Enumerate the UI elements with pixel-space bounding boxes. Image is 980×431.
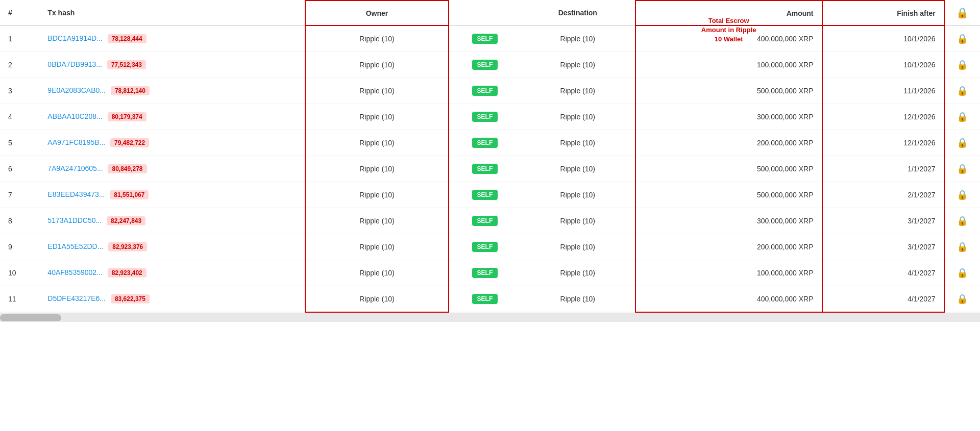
table-row: 4 ABBAA10C208... 80,179,374 Ripple (10) … <box>0 104 980 130</box>
table-row: 3 9E0A2083CAB0... 78,812,140 Ripple (10)… <box>0 78 980 104</box>
ledger-badge: 80,849,278 <box>108 164 146 173</box>
row-destination: Ripple (10) <box>521 156 635 182</box>
row-amount: 500,000,000 XRP <box>635 78 822 104</box>
row-lock-icon: 🔒 <box>944 182 980 208</box>
tx-hash-link[interactable]: D5DFE43217E6... <box>47 294 106 302</box>
tx-hash-link[interactable]: ED1A55E52DD... <box>47 242 103 250</box>
row-lock-icon: 🔒 <box>944 78 980 104</box>
tx-hash-link[interactable]: BDC1A91914D... <box>47 34 102 42</box>
row-owner: Ripple (10) <box>305 260 449 286</box>
table-row: 9 ED1A55E52DD... 82,923,376 Ripple (10) … <box>0 234 980 260</box>
tx-hash-link[interactable]: 0BDA7DB9913... <box>47 60 102 68</box>
tx-hash-link[interactable]: E83EED439473... <box>47 190 105 198</box>
row-num: 8 <box>0 208 39 234</box>
row-txhash: D5DFE43217E6... 83,622,375 <box>39 286 305 312</box>
row-owner: Ripple (10) <box>305 130 449 156</box>
row-destination: Ripple (10) <box>521 208 635 234</box>
row-owner: Ripple (10) <box>305 26 449 52</box>
lock-icon: 🔒 <box>957 190 968 200</box>
row-self-badge: SELF <box>449 26 521 52</box>
escrow-table-wrapper: # Tx hash Owner Destination Amount Total… <box>0 0 980 322</box>
ledger-badge: 82,923,402 <box>108 268 146 277</box>
row-txhash: AA971FC8195B... 79,482,722 <box>39 130 305 156</box>
row-self-badge: SELF <box>449 130 521 156</box>
tx-hash-link[interactable]: AA971FC8195B... <box>47 138 105 146</box>
header-destination: Destination <box>521 1 635 26</box>
row-amount: 100,000,000 XRP <box>635 260 822 286</box>
header-lock-icon: 🔒 <box>956 7 969 18</box>
row-finish-date: 10/1/2026 <box>822 52 944 78</box>
lock-icon: 🔒 <box>957 216 968 226</box>
row-txhash: 40AF85359002... 82,923,402 <box>39 260 305 286</box>
row-self-badge: SELF <box>449 156 521 182</box>
tx-hash-link[interactable]: 7A9A24710605... <box>47 164 103 172</box>
header-txhash: Tx hash <box>39 1 305 26</box>
row-num: 3 <box>0 78 39 104</box>
ledger-badge: 82,923,376 <box>108 242 147 251</box>
tx-hash-link[interactable]: 9E0A2083CAB0... <box>47 86 106 94</box>
row-amount: 400,000,000 XRP <box>635 286 822 312</box>
self-tag: SELF <box>472 86 498 96</box>
row-amount: 500,000,000 XRP <box>635 156 822 182</box>
self-tag: SELF <box>472 190 498 200</box>
header-finish: Finish after <box>822 1 944 26</box>
row-self-badge: SELF <box>449 208 521 234</box>
row-self-badge: SELF <box>449 104 521 130</box>
table-row: 7 E83EED439473... 81,551,067 Ripple (10)… <box>0 182 980 208</box>
row-destination: Ripple (10) <box>521 260 635 286</box>
row-num: 9 <box>0 234 39 260</box>
row-lock-icon: 🔒 <box>944 156 980 182</box>
header-amount: Amount Total Escrow Amount in Ripple 10 … <box>635 1 822 26</box>
row-txhash: 9E0A2083CAB0... 78,812,140 <box>39 78 305 104</box>
table-row: 8 5173A1DDC50... 82,247,843 Ripple (10) … <box>0 208 980 234</box>
scrollbar-thumb[interactable] <box>0 314 61 321</box>
self-tag: SELF <box>472 268 498 278</box>
row-owner: Ripple (10) <box>305 208 449 234</box>
row-num: 10 <box>0 260 39 286</box>
row-num: 11 <box>0 286 39 312</box>
ledger-badge: 83,622,375 <box>111 294 150 303</box>
row-amount: 400,000,000 XRP <box>635 26 822 52</box>
row-self-badge: SELF <box>449 260 521 286</box>
lock-icon: 🔒 <box>957 60 968 70</box>
self-tag: SELF <box>472 138 498 148</box>
row-lock-icon: 🔒 <box>944 52 980 78</box>
self-tag: SELF <box>472 216 498 226</box>
lock-icon: 🔒 <box>957 268 968 278</box>
row-owner: Ripple (10) <box>305 104 449 130</box>
row-txhash: 5173A1DDC50... 82,247,843 <box>39 208 305 234</box>
row-lock-icon: 🔒 <box>944 104 980 130</box>
tx-hash-link[interactable]: 5173A1DDC50... <box>47 216 102 224</box>
lock-icon: 🔒 <box>957 294 968 304</box>
row-owner: Ripple (10) <box>305 78 449 104</box>
row-amount: 200,000,000 XRP <box>635 234 822 260</box>
escrow-table: # Tx hash Owner Destination Amount Total… <box>0 0 980 313</box>
row-lock-icon: 🔒 <box>944 260 980 286</box>
tx-hash-link[interactable]: ABBAA10C208... <box>47 112 102 120</box>
row-amount: 100,000,000 XRP <box>635 52 822 78</box>
lock-icon: 🔒 <box>957 164 968 174</box>
row-destination: Ripple (10) <box>521 104 635 130</box>
table-row: 1 BDC1A91914D... 78,128,444 Ripple (10) … <box>0 26 980 52</box>
self-tag: SELF <box>472 242 498 252</box>
row-destination: Ripple (10) <box>521 26 635 52</box>
row-txhash: E83EED439473... 81,551,067 <box>39 182 305 208</box>
row-owner: Ripple (10) <box>305 156 449 182</box>
row-lock-icon: 🔒 <box>944 26 980 52</box>
row-finish-date: 1/1/2027 <box>822 156 944 182</box>
table-row: 2 0BDA7DB9913... 77,512,343 Ripple (10) … <box>0 52 980 78</box>
row-destination: Ripple (10) <box>521 78 635 104</box>
table-row: 10 40AF85359002... 82,923,402 Ripple (10… <box>0 260 980 286</box>
row-amount: 300,000,000 XRP <box>635 208 822 234</box>
row-lock-icon: 🔒 <box>944 234 980 260</box>
row-destination: Ripple (10) <box>521 234 635 260</box>
table-row: 11 D5DFE43217E6... 83,622,375 Ripple (10… <box>0 286 980 312</box>
ledger-badge: 82,247,843 <box>107 216 145 225</box>
table-row: 6 7A9A24710605... 80,849,278 Ripple (10)… <box>0 156 980 182</box>
row-finish-date: 12/1/2026 <box>822 104 944 130</box>
horizontal-scrollbar[interactable] <box>0 313 980 322</box>
self-tag: SELF <box>472 294 498 304</box>
row-owner: Ripple (10) <box>305 52 449 78</box>
tx-hash-link[interactable]: 40AF85359002... <box>47 268 102 276</box>
lock-icon: 🔒 <box>957 242 968 252</box>
